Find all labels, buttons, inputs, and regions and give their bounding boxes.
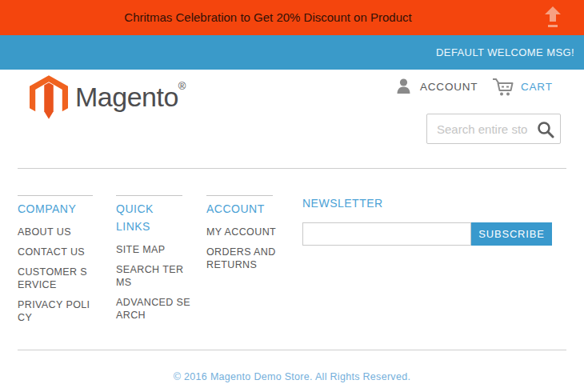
footer-column-title: COMPANY: [18, 195, 93, 218]
promo-banner: Chritmas Celebration to Get 20% Discount…: [0, 0, 584, 35]
registered-mark: ®: [178, 80, 186, 92]
header-divider: [18, 168, 566, 169]
welcome-bar: DEFAULT WELCOME MSG!: [0, 35, 584, 70]
footer-column-account: ACCOUNT MY ACCOUNTORDERS AND RETURNS: [206, 195, 286, 278]
search-icon: [537, 121, 554, 138]
search-button[interactable]: [537, 121, 554, 138]
footer-divider: [18, 350, 566, 350]
person-icon: [397, 78, 410, 94]
footer-column-title: QUICK LINKS: [116, 195, 182, 235]
page: Chritmas Celebration to Get 20% Discount…: [0, 0, 584, 392]
footer-link[interactable]: ADVANCED SE ARCH: [116, 296, 199, 322]
footer-link-list: ABOUT USCONTACT USCUSTOMER S ERVICEPRIVA…: [18, 226, 112, 324]
footer-link[interactable]: ABOUT US: [18, 226, 112, 238]
newsletter-email-input[interactable]: [302, 222, 471, 246]
account-label: ACCOUNT: [420, 81, 478, 93]
cart-label: CART: [521, 81, 553, 93]
account-link[interactable]: ACCOUNT: [397, 76, 478, 97]
magento-logo-icon: [30, 75, 68, 119]
welcome-message: DEFAULT WELCOME MSG!: [0, 35, 584, 70]
copyright-text: © 2016 Magento Demo Store. All Rights Re…: [0, 371, 584, 382]
search-box: [426, 114, 561, 144]
magento-logo[interactable]: Magento®: [30, 75, 186, 119]
cart-icon: [492, 78, 514, 96]
subscribe-button[interactable]: SUBSCRIBE: [471, 222, 552, 246]
footer-link-list: SITE MAPSEARCH TER MSADVANCED SE ARCH: [116, 243, 199, 322]
footer-link[interactable]: ORDERS AND RETURNS: [206, 246, 286, 271]
footer-link[interactable]: SITE MAP: [116, 243, 199, 256]
footer-column-quick-links: QUICK LINKS SITE MAPSEARCH TER MSADVANCE…: [116, 195, 199, 329]
newsletter-title: NEWSLETTER: [302, 197, 383, 210]
promo-banner-text: Chritmas Celebration to Get 20% Discount…: [0, 0, 584, 35]
cart-link[interactable]: CART: [492, 76, 553, 97]
footer-link[interactable]: MY ACCOUNT: [206, 226, 286, 238]
footer-column-title: ACCOUNT: [206, 195, 273, 218]
footer-column-company: COMPANY ABOUT USCONTACT USCUSTOMER S ERV…: [18, 195, 112, 331]
footer-link[interactable]: SEARCH TER MS: [116, 263, 199, 289]
footer-link[interactable]: CONTACT US: [18, 246, 112, 258]
footer-link-list: MY ACCOUNTORDERS AND RETURNS: [206, 226, 286, 271]
magento-logo-text: Magento®: [75, 82, 186, 113]
footer-link[interactable]: CUSTOMER S ERVICE: [18, 266, 112, 291]
footer-link[interactable]: PRIVACY POLI CY: [18, 298, 112, 324]
scroll-top-arrow-icon[interactable]: [544, 6, 562, 29]
